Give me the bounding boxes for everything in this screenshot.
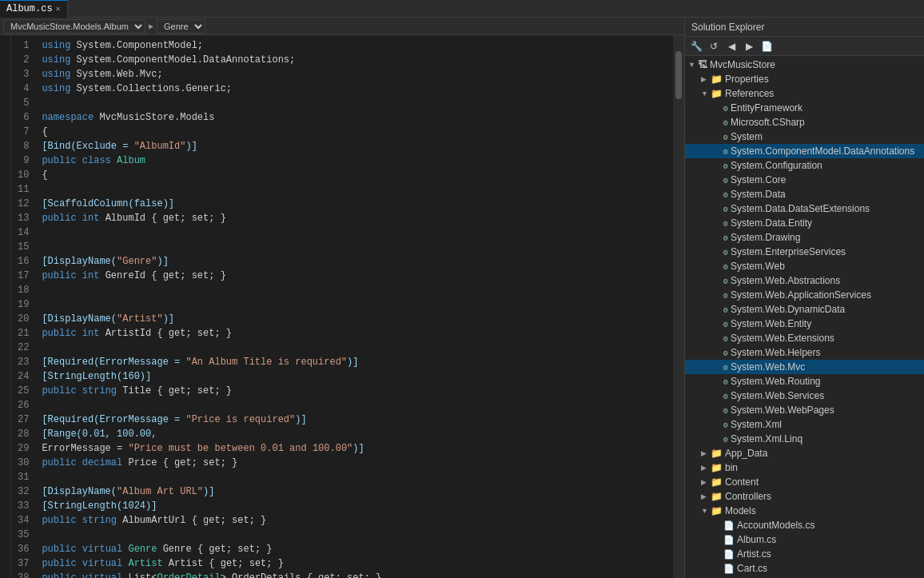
folder-icon: 📁 [711, 74, 723, 85]
se-properties-button[interactable]: 🔧 [688, 39, 704, 54]
se-nav-back-button[interactable]: ◀ [723, 39, 739, 54]
tab-close-button[interactable]: ✕ [56, 4, 61, 14]
se-show-all-files-button[interactable]: 📄 [759, 39, 775, 54]
se-tree-item-system.web.helpers[interactable]: ⚙ System.Web.Helpers [685, 345, 924, 360]
se-tree-item-app_data[interactable]: ▶ 📁 App_Data [685, 446, 924, 460]
assembly-icon: ⚙ [723, 176, 728, 185]
se-tree-item-system.drawing[interactable]: ⚙ System.Drawing [685, 230, 924, 245]
code-line: public decimal Price { get; set; } [42, 456, 667, 470]
line-numbers: 1234567891011121314151617181920212223242… [11, 35, 35, 578]
se-tree-item-system.componentmodel.dataannotations[interactable]: ⚙ System.ComponentModel.DataAnnotations [685, 144, 924, 158]
se-tree-item-system.data.entity[interactable]: ⚙ System.Data.Entity [685, 216, 924, 230]
se-item-label: System.Web [731, 261, 785, 272]
se-item-label: System.Data [731, 189, 786, 200]
se-tree-item-system.xml.linq[interactable]: ⚙ System.Xml.Linq [685, 432, 924, 446]
se-tree-item-properties[interactable]: ▶ 📁 Properties [685, 72, 924, 86]
editor-area: MvcMusicStore.Models.Album ▶ Genre 12345… [0, 18, 684, 578]
code-editor[interactable]: using System.ComponentModel;using System… [35, 35, 673, 578]
se-item-label: System [731, 131, 763, 142]
code-line: [Required(ErrorMessage = "An Album Title… [42, 355, 667, 369]
se-tree-item-system.web.dynamicdata[interactable]: ⚙ System.Web.DynamicData [685, 302, 924, 317]
se-item-label: System.Web.ApplicationServices [731, 289, 871, 301]
code-line: { [42, 168, 667, 182]
expand-icon-models[interactable]: ▼ [701, 507, 711, 515]
se-tree-item-system.web.mvc[interactable]: ⚙ System.Web.Mvc [685, 360, 924, 374]
code-line: public virtual Artist Artist { get; set;… [42, 556, 667, 571]
se-tree-item-artistcs[interactable]: 📄 Artist.cs [685, 547, 924, 561]
se-tree-item-system.web.abstractions[interactable]: ⚙ System.Web.Abstractions [685, 273, 924, 288]
se-item-label: System.EnterpriseServices [731, 246, 846, 257]
code-line: public int AlbumId { get; set; } [42, 211, 667, 225]
code-line: [DisplayName("Artist")] [42, 312, 667, 326]
expand-icon-content[interactable]: ▶ [701, 478, 711, 486]
se-tree-item-system.web.applicationservices[interactable]: ⚙ System.Web.ApplicationServices [685, 288, 924, 302]
assembly-icon: ⚙ [723, 291, 728, 300]
se-tree-item-references[interactable]: ▼ 📁 References [685, 86, 924, 101]
se-item-label: System.Data.DataSetExtensions [731, 203, 870, 214]
se-tree-item-controllers[interactable]: ▶ 📁 Controllers [685, 489, 924, 504]
se-tree-item-system.web.entity[interactable]: ⚙ System.Web.Entity [685, 317, 924, 331]
se-item-label: System.Data.Entity [731, 217, 812, 229]
cs-file-icon: 📄 [723, 564, 735, 574]
se-item-label: System.Web.Helpers [731, 347, 820, 358]
folder-icon: 📁 [711, 491, 723, 502]
code-line: public virtual List<OrderDetail> OrderDe… [42, 571, 667, 578]
breadcrumb-right-select[interactable]: Genre [157, 19, 205, 34]
assembly-icon: ⚙ [723, 190, 728, 199]
se-tree-item-microsoftcsharp[interactable]: ⚙ Microsoft.CSharp [685, 115, 924, 130]
code-line: public int ArtistId { get; set; } [42, 326, 667, 341]
se-tree-item-system.data.datasetextensions[interactable]: ⚙ System.Data.DataSetExtensions [685, 201, 924, 216]
expand-icon-bin[interactable]: ▶ [701, 464, 711, 472]
code-line: using System.ComponentModel.DataAnnotati… [42, 53, 667, 67]
breadcrumb-left-select[interactable]: MvcMusicStore.Models.Album [3, 19, 145, 34]
se-item-label: System.Web.Entity [731, 318, 811, 329]
code-line: using System.Collections.Generic; [42, 82, 667, 96]
code-line [42, 240, 667, 254]
se-tree-item-system.data[interactable]: ⚙ System.Data [685, 187, 924, 201]
se-tree-item-models[interactable]: ▼ 📁 Models [685, 504, 924, 518]
assembly-icon: ⚙ [723, 377, 728, 386]
expand-icon-mvcmusicstore[interactable]: ▼ [688, 61, 698, 69]
main-layout: MvcMusicStore.Models.Album ▶ Genre 12345… [0, 18, 924, 578]
code-line: { [42, 125, 667, 139]
breadcrumb-bar: MvcMusicStore.Models.Album ▶ Genre [0, 18, 684, 35]
se-item-label: System.Configuration [731, 160, 822, 171]
se-tree-item-system[interactable]: ⚙ System [685, 130, 924, 144]
se-item-label: Album.cs [737, 534, 776, 545]
se-nav-forward-button[interactable]: ▶ [741, 39, 757, 54]
se-tree-item-accountmodels[interactable]: 📄 AccountModels.cs [685, 518, 924, 532]
se-tree-item-system.core[interactable]: ⚙ System.Core [685, 173, 924, 187]
expand-icon-controllers[interactable]: ▶ [701, 492, 711, 500]
se-tree-item-bin[interactable]: ▶ 📁 bin [685, 460, 924, 475]
se-tree-item-system.enterpriseservices[interactable]: ⚙ System.EnterpriseServices [685, 245, 924, 259]
code-line [42, 341, 667, 355]
se-tree-item-content[interactable]: ▶ 📁 Content [685, 475, 924, 489]
assembly-icon: ⚙ [723, 349, 728, 357]
se-tree-item-system.web.extensions[interactable]: ⚙ System.Web.Extensions [685, 331, 924, 345]
expand-icon-app_data[interactable]: ▶ [701, 449, 711, 457]
se-tree-item-entityframework[interactable]: ⚙ EntityFramework [685, 101, 924, 115]
se-tree-item-cartcs[interactable]: 📄 Cart.cs [685, 561, 924, 576]
tab-album-cs[interactable]: Album.cs ✕ [0, 0, 68, 18]
se-item-label: Content [725, 476, 759, 488]
se-tree-item-system.web.webpages[interactable]: ⚙ System.Web.WebPages [685, 403, 924, 417]
se-tree-item-system.web.routing[interactable]: ⚙ System.Web.Routing [685, 374, 924, 389]
se-tree-item-system.xml[interactable]: ⚙ System.Xml [685, 417, 924, 432]
cs-file-icon: 📄 [723, 535, 735, 545]
expand-icon-properties[interactable]: ▶ [701, 75, 711, 83]
se-tree-item-system.configuration[interactable]: ⚙ System.Configuration [685, 158, 924, 173]
se-toolbar: 🔧 ↺ ◀ ▶ 📄 [685, 37, 924, 56]
se-tree-item-system.web.services[interactable]: ⚙ System.Web.Services [685, 389, 924, 403]
code-line: [Required(ErrorMessage = "Price is requi… [42, 413, 667, 427]
se-tree-item-albumcs[interactable]: 📄 Album.cs [685, 532, 924, 547]
se-tree-item-system.web[interactable]: ⚙ System.Web [685, 259, 924, 273]
code-line: [Bind(Exclude = "AlbumId")] [42, 139, 667, 153]
assembly-icon: ⚙ [723, 219, 728, 228]
se-refresh-button[interactable]: ↺ [706, 39, 722, 54]
scrollbar-thumb[interactable] [675, 51, 682, 99]
expand-icon-references[interactable]: ▼ [701, 90, 711, 98]
folder-icon: 📁 [711, 505, 723, 516]
se-tree-item-mvcmusicstore[interactable]: ▼ 🏗 MvcMusicStore [685, 58, 924, 72]
editor-scrollbar[interactable] [673, 35, 684, 578]
se-item-label: System.Web.Services [731, 390, 824, 401]
